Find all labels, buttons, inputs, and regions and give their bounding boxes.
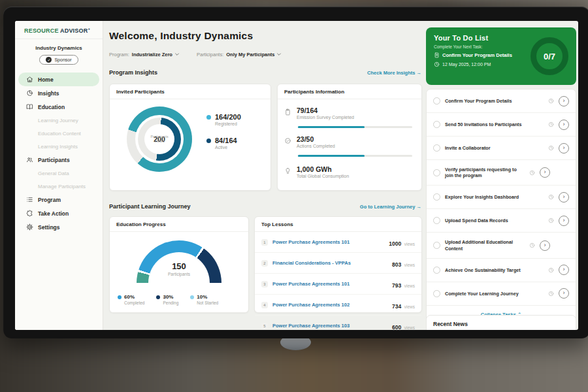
program-filter-value: Industrialize Zero xyxy=(132,52,172,57)
legend-value: 164/200 xyxy=(215,113,241,121)
participants-information-card: Participants Information 79/164 Emission… xyxy=(277,84,422,191)
sidebar-item-settings[interactable]: Settings xyxy=(18,220,99,234)
task-row[interactable]: Complete Your Learning Journey › xyxy=(427,282,576,306)
education-gauge-chart: 150 Participants xyxy=(137,240,221,283)
legend-value: 84/164 xyxy=(215,137,237,144)
sidebar-item-participants[interactable]: Participants xyxy=(18,153,99,167)
card-title: Top Lessons xyxy=(255,217,421,232)
lesson-link[interactable]: Power Purchase Agreements 101 xyxy=(272,239,384,245)
program-filter[interactable]: Program:Industrialize Zero xyxy=(109,52,180,57)
task-chevron-button[interactable]: › xyxy=(559,265,569,275)
task-chevron-button[interactable]: › xyxy=(540,167,550,178)
lesson-views-suffix: views xyxy=(404,263,415,267)
lesson-row: 4 Power Purchase Agreements 102 734 view… xyxy=(255,295,421,316)
clipboard-icon xyxy=(284,108,291,116)
top-lessons-card: Top Lessons 1 Power Purchase Agreements … xyxy=(254,216,422,313)
task-checkbox[interactable] xyxy=(433,169,440,176)
sidebar-nav: Home Insights Education Learning Journey… xyxy=(15,71,103,235)
clock-icon xyxy=(548,267,554,273)
lesson-views: 1000 xyxy=(389,240,401,247)
stat-value: 79/164 xyxy=(297,106,354,114)
stat-label: Total Global Consumption xyxy=(297,174,349,178)
legend-label: Active xyxy=(215,145,237,150)
task-checkbox[interactable] xyxy=(433,217,440,224)
task-row[interactable]: Explore Your Insights Dashboard › xyxy=(427,186,576,209)
lesson-link[interactable]: Power Purchase Agreements 103 xyxy=(272,323,387,329)
clock-icon xyxy=(548,218,554,223)
task-checkbox[interactable] xyxy=(433,121,440,128)
legend-label: Pending xyxy=(163,301,178,305)
sidebar-item-label: Take Action xyxy=(38,210,69,217)
sidebar-item-education[interactable]: Education xyxy=(18,100,99,114)
task-checkbox[interactable] xyxy=(433,144,440,152)
sidebar-item-learning-insights[interactable]: Learning Insights xyxy=(18,140,99,153)
task-chevron-button[interactable]: › xyxy=(559,120,569,130)
task-checkbox[interactable] xyxy=(433,97,440,105)
legend-pct: 30% xyxy=(163,294,173,300)
lesson-link[interactable]: Financial Considerations - VPPAs xyxy=(272,260,387,266)
card-title: Invited Participants xyxy=(110,84,270,99)
sponsor-icon: ✓ xyxy=(46,57,52,63)
sidebar-item-insights[interactable]: Insights xyxy=(18,86,99,100)
task-chevron-button[interactable]: › xyxy=(559,192,569,203)
sidebar-item-general-data[interactable]: General Data xyxy=(18,167,99,180)
task-label: Complete Your Learning Journey xyxy=(445,291,544,297)
task-chevron-button[interactable]: › xyxy=(559,288,569,299)
monitor-bezel: RESOURCE ADVISOR+ Industry Dynamics ✓ Sp… xyxy=(3,7,588,338)
go-to-learning-journey-link[interactable]: Go to Learning Journey xyxy=(360,204,421,210)
task-chevron-button[interactable]: › xyxy=(559,216,569,226)
lesson-link[interactable]: Power Purchase Agreements 101 xyxy=(272,281,387,287)
clock-icon xyxy=(548,291,554,297)
task-row[interactable]: Invite a Collaborator › xyxy=(427,137,576,160)
sidebar-item-program[interactable]: Program xyxy=(18,193,99,206)
task-row[interactable]: Upload Additional Educational Content › xyxy=(427,233,576,258)
sidebar-item-manage-participants[interactable]: Manage Participants xyxy=(18,180,99,193)
program-filter-label: Program: xyxy=(109,52,129,57)
clock-icon xyxy=(548,98,554,104)
legend-label: Registered xyxy=(215,122,241,126)
task-checkbox[interactable] xyxy=(433,193,440,201)
legend-pct: 10% xyxy=(197,294,207,300)
lesson-link[interactable]: Power Purchase Agreements 102 xyxy=(272,302,387,308)
sidebar-item-education-content[interactable]: Education Content xyxy=(18,127,99,140)
chevron-down-icon xyxy=(174,52,180,57)
sidebar-item-home[interactable]: Home xyxy=(18,73,99,86)
donut-center: 200 ParticipantsInvited xyxy=(144,124,174,154)
task-row[interactable]: Achieve One Sustainability Target › xyxy=(427,259,576,282)
recent-news-title: Recent News xyxy=(427,316,576,330)
section-title: Participant Learning Journey xyxy=(109,203,191,210)
task-row[interactable]: Confirm Your Program Details › xyxy=(427,90,576,113)
task-row[interactable]: Send 50 Invitations to Participants › xyxy=(427,113,576,137)
legend-item-completed: 60% Completed xyxy=(118,294,144,305)
task-checkbox[interactable] xyxy=(433,290,440,297)
sidebar-item-take-action[interactable]: Take Action xyxy=(18,206,99,220)
program-insights-header: Program Insights Check More Insights xyxy=(109,69,421,76)
task-checkbox[interactable] xyxy=(433,242,440,249)
task-checkbox[interactable] xyxy=(433,267,440,274)
check-more-insights-link[interactable]: Check More Insights xyxy=(367,70,421,76)
invited-donut-outer: 200 ParticipantsInvited xyxy=(127,106,192,172)
section-title: Program Insights xyxy=(109,69,157,76)
task-chevron-button[interactable]: › xyxy=(559,96,569,106)
legend-item-active: 84/164 Active xyxy=(206,137,241,150)
legend-label: Completed xyxy=(124,301,144,305)
sidebar-item-learning-journey[interactable]: Learning Journey xyxy=(18,114,99,127)
task-label: Upload Spend Data Records xyxy=(445,218,544,224)
task-label: Achieve One Sustainability Target xyxy=(445,267,544,274)
donut-legend: 164/200 Registered 84/164 Active xyxy=(206,113,241,150)
sidebar-item-label: Settings xyxy=(38,224,60,231)
task-row[interactable]: Upload Spend Data Records › xyxy=(427,209,576,233)
participants-filter[interactable]: Participants:Only My Participants xyxy=(197,52,282,57)
stat-actions: 23/50 Actions Completed xyxy=(284,135,414,148)
task-chevron-button[interactable]: › xyxy=(540,240,550,251)
stat-label: Emission Survey Completed xyxy=(297,115,354,120)
lesson-rank: 5 xyxy=(261,323,268,329)
lesson-row: 3 Power Purchase Agreements 101 793 view… xyxy=(255,274,421,295)
lesson-views: 600 xyxy=(392,324,401,331)
task-chevron-button[interactable]: › xyxy=(559,143,569,154)
participants-filter-value: Only My Participants xyxy=(226,52,274,57)
sidebar: RESOURCE ADVISOR+ Industry Dynamics ✓ Sp… xyxy=(15,21,103,330)
legend-pct: 60% xyxy=(124,294,135,300)
todo-panel: Your To Do List Complete Your Next Task:… xyxy=(426,21,576,330)
task-row[interactable]: Verify participants requesting to join t… xyxy=(427,160,576,186)
